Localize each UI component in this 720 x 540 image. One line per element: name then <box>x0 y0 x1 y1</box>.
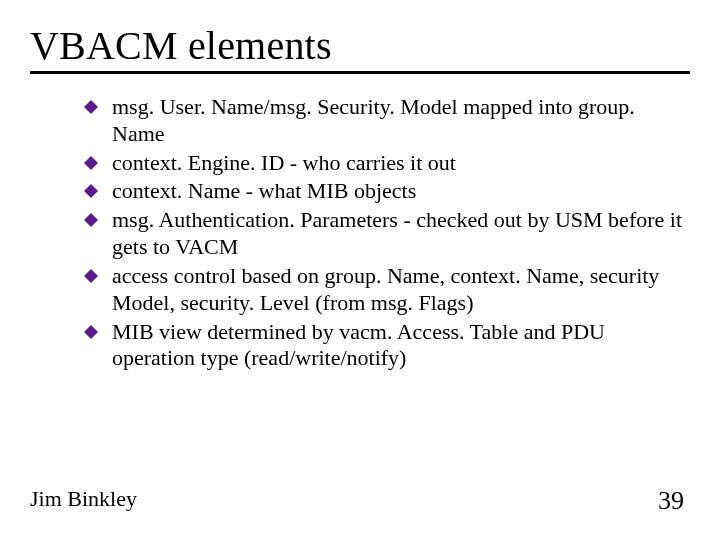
slide-title: VBACM elements <box>30 22 690 74</box>
svg-marker-3 <box>84 213 98 227</box>
svg-marker-4 <box>84 269 98 283</box>
page-number: 39 <box>658 486 684 516</box>
bullet-text: msg. User. Name/msg. Security. Model map… <box>112 94 635 146</box>
bullet-text: access control based on group. Name, con… <box>112 263 659 315</box>
svg-marker-5 <box>84 325 98 339</box>
bullet-list: msg. User. Name/msg. Security. Model map… <box>84 94 690 372</box>
svg-marker-0 <box>84 100 98 114</box>
svg-marker-2 <box>84 184 98 198</box>
list-item: context. Name - what MIB objects <box>84 178 690 205</box>
bullet-text: context. Engine. ID - who carries it out <box>112 150 456 175</box>
svg-marker-1 <box>84 156 98 170</box>
list-item: msg. Authentication. Parameters - checke… <box>84 207 690 261</box>
bullet-text: MIB view determined by vacm. Access. Tab… <box>112 319 605 371</box>
bullet-text: context. Name - what MIB objects <box>112 178 416 203</box>
diamond-bullet-icon <box>84 269 98 283</box>
list-item: msg. User. Name/msg. Security. Model map… <box>84 94 690 148</box>
slide: VBACM elements msg. User. Name/msg. Secu… <box>0 0 720 540</box>
diamond-bullet-icon <box>84 100 98 114</box>
list-item: access control based on group. Name, con… <box>84 263 690 317</box>
footer-author: Jim Binkley <box>30 486 137 512</box>
list-item: MIB view determined by vacm. Access. Tab… <box>84 319 690 373</box>
list-item: context. Engine. ID - who carries it out <box>84 150 690 177</box>
diamond-bullet-icon <box>84 213 98 227</box>
diamond-bullet-icon <box>84 325 98 339</box>
diamond-bullet-icon <box>84 156 98 170</box>
bullet-text: msg. Authentication. Parameters - checke… <box>112 207 682 259</box>
diamond-bullet-icon <box>84 184 98 198</box>
